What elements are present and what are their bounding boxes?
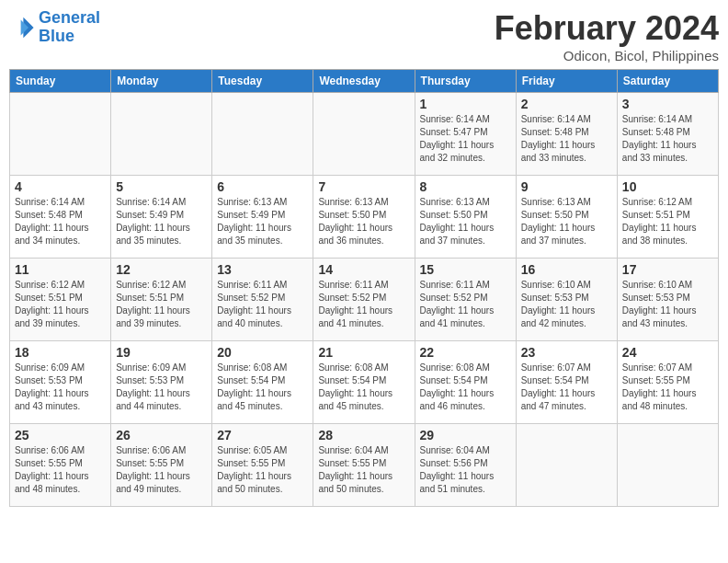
day-info: Sunrise: 6:13 AM Sunset: 5:50 PM Dayligh… <box>318 196 409 247</box>
calendar-cell: 2Sunrise: 6:14 AM Sunset: 5:48 PM Daylig… <box>516 93 617 176</box>
week-row-2: 11Sunrise: 6:12 AM Sunset: 5:51 PM Dayli… <box>10 259 719 341</box>
calendar-cell: 18Sunrise: 6:09 AM Sunset: 5:53 PM Dayli… <box>10 341 111 424</box>
calendar-cell: 1Sunrise: 6:14 AM Sunset: 5:47 PM Daylig… <box>415 93 516 176</box>
day-info: Sunrise: 6:09 AM Sunset: 5:53 PM Dayligh… <box>15 362 106 413</box>
day-info: Sunrise: 6:05 AM Sunset: 5:55 PM Dayligh… <box>217 444 308 496</box>
logo-text: General Blue <box>39 9 100 46</box>
day-number: 28 <box>318 428 409 442</box>
day-number: 4 <box>15 179 106 194</box>
day-number: 7 <box>318 179 409 194</box>
weekday-header-friday: Friday <box>516 70 617 93</box>
day-info: Sunrise: 6:07 AM Sunset: 5:55 PM Dayligh… <box>622 362 713 413</box>
calendar-cell: 15Sunrise: 6:11 AM Sunset: 5:52 PM Dayli… <box>415 259 516 341</box>
calendar-cell: 19Sunrise: 6:09 AM Sunset: 5:53 PM Dayli… <box>111 341 212 424</box>
day-info: Sunrise: 6:06 AM Sunset: 5:55 PM Dayligh… <box>116 444 207 496</box>
day-number: 9 <box>521 179 612 194</box>
day-info: Sunrise: 6:04 AM Sunset: 5:55 PM Dayligh… <box>318 444 409 496</box>
day-number: 20 <box>217 345 308 360</box>
calendar-cell: 6Sunrise: 6:13 AM Sunset: 5:49 PM Daylig… <box>212 176 313 259</box>
day-info: Sunrise: 6:11 AM Sunset: 5:52 PM Dayligh… <box>420 279 511 330</box>
day-number: 15 <box>420 262 511 277</box>
logo: General Blue <box>9 9 100 46</box>
calendar-cell: 27Sunrise: 6:05 AM Sunset: 5:55 PM Dayli… <box>212 424 313 507</box>
week-row-1: 4Sunrise: 6:14 AM Sunset: 5:48 PM Daylig… <box>10 176 719 259</box>
day-info: Sunrise: 6:11 AM Sunset: 5:52 PM Dayligh… <box>318 279 409 330</box>
calendar-cell: 14Sunrise: 6:11 AM Sunset: 5:52 PM Dayli… <box>313 259 415 341</box>
calendar-cell: 24Sunrise: 6:07 AM Sunset: 5:55 PM Dayli… <box>617 341 718 424</box>
day-number: 16 <box>521 262 612 277</box>
day-info: Sunrise: 6:14 AM Sunset: 5:48 PM Dayligh… <box>622 113 713 165</box>
calendar-cell: 5Sunrise: 6:14 AM Sunset: 5:49 PM Daylig… <box>111 176 212 259</box>
calendar-cell: 23Sunrise: 6:07 AM Sunset: 5:54 PM Dayli… <box>516 341 617 424</box>
day-number: 14 <box>318 262 409 277</box>
calendar-cell: 3Sunrise: 6:14 AM Sunset: 5:48 PM Daylig… <box>617 93 718 176</box>
calendar-cell <box>617 424 718 507</box>
calendar-cell: 17Sunrise: 6:10 AM Sunset: 5:53 PM Dayli… <box>617 259 718 341</box>
day-info: Sunrise: 6:12 AM Sunset: 5:51 PM Dayligh… <box>622 196 713 247</box>
day-info: Sunrise: 6:06 AM Sunset: 5:55 PM Dayligh… <box>15 444 106 496</box>
calendar-cell <box>212 93 313 176</box>
calendar-cell: 8Sunrise: 6:13 AM Sunset: 5:50 PM Daylig… <box>415 176 516 259</box>
calendar-cell: 10Sunrise: 6:12 AM Sunset: 5:51 PM Dayli… <box>617 176 718 259</box>
calendar-cell: 25Sunrise: 6:06 AM Sunset: 5:55 PM Dayli… <box>10 424 111 507</box>
day-info: Sunrise: 6:13 AM Sunset: 5:50 PM Dayligh… <box>420 196 511 247</box>
day-info: Sunrise: 6:04 AM Sunset: 5:56 PM Dayligh… <box>420 444 511 496</box>
day-info: Sunrise: 6:08 AM Sunset: 5:54 PM Dayligh… <box>420 362 511 413</box>
calendar-cell: 29Sunrise: 6:04 AM Sunset: 5:56 PM Dayli… <box>415 424 516 507</box>
month-year: February 2024 <box>495 9 719 48</box>
day-number: 23 <box>521 345 612 360</box>
day-number: 29 <box>420 428 511 442</box>
weekday-header-monday: Monday <box>111 70 212 93</box>
calendar-cell: 20Sunrise: 6:08 AM Sunset: 5:54 PM Dayli… <box>212 341 313 424</box>
weekday-header-wednesday: Wednesday <box>313 70 415 93</box>
calendar-cell: 13Sunrise: 6:11 AM Sunset: 5:52 PM Dayli… <box>212 259 313 341</box>
calendar-cell: 4Sunrise: 6:14 AM Sunset: 5:48 PM Daylig… <box>10 176 111 259</box>
day-number: 10 <box>622 179 713 194</box>
calendar-cell: 11Sunrise: 6:12 AM Sunset: 5:51 PM Dayli… <box>10 259 111 341</box>
day-number: 21 <box>318 345 409 360</box>
day-info: Sunrise: 6:07 AM Sunset: 5:54 PM Dayligh… <box>521 362 612 413</box>
calendar-cell: 16Sunrise: 6:10 AM Sunset: 5:53 PM Dayli… <box>516 259 617 341</box>
day-number: 27 <box>217 428 308 442</box>
calendar-cell <box>516 424 617 507</box>
day-info: Sunrise: 6:08 AM Sunset: 5:54 PM Dayligh… <box>217 362 308 413</box>
day-number: 26 <box>116 428 207 442</box>
weekday-header-thursday: Thursday <box>415 70 516 93</box>
day-info: Sunrise: 6:14 AM Sunset: 5:47 PM Dayligh… <box>420 113 511 165</box>
day-info: Sunrise: 6:13 AM Sunset: 5:50 PM Dayligh… <box>521 196 612 247</box>
day-number: 19 <box>116 345 207 360</box>
day-number: 25 <box>15 428 106 442</box>
day-number: 12 <box>116 262 207 277</box>
day-number: 3 <box>622 97 713 111</box>
day-info: Sunrise: 6:14 AM Sunset: 5:48 PM Dayligh… <box>521 113 612 165</box>
calendar-cell: 7Sunrise: 6:13 AM Sunset: 5:50 PM Daylig… <box>313 176 415 259</box>
day-info: Sunrise: 6:14 AM Sunset: 5:48 PM Dayligh… <box>15 196 106 247</box>
day-info: Sunrise: 6:12 AM Sunset: 5:51 PM Dayligh… <box>116 279 207 330</box>
calendar-cell: 21Sunrise: 6:08 AM Sunset: 5:54 PM Dayli… <box>313 341 415 424</box>
calendar-cell <box>111 93 212 176</box>
calendar-cell: 28Sunrise: 6:04 AM Sunset: 5:55 PM Dayli… <box>313 424 415 507</box>
day-info: Sunrise: 6:11 AM Sunset: 5:52 PM Dayligh… <box>217 279 308 330</box>
weekday-header-sunday: Sunday <box>10 70 111 93</box>
week-row-4: 25Sunrise: 6:06 AM Sunset: 5:55 PM Dayli… <box>10 424 719 507</box>
day-number: 13 <box>217 262 308 277</box>
day-number: 8 <box>420 179 511 194</box>
calendar-cell <box>10 93 111 176</box>
calendar-cell <box>313 93 415 176</box>
calendar-table: SundayMondayTuesdayWednesdayThursdayFrid… <box>9 69 719 507</box>
calendar-cell: 22Sunrise: 6:08 AM Sunset: 5:54 PM Dayli… <box>415 341 516 424</box>
day-number: 2 <box>521 97 612 111</box>
day-info: Sunrise: 6:10 AM Sunset: 5:53 PM Dayligh… <box>521 279 612 330</box>
day-number: 5 <box>116 179 207 194</box>
weekday-header-tuesday: Tuesday <box>212 70 313 93</box>
day-info: Sunrise: 6:10 AM Sunset: 5:53 PM Dayligh… <box>622 279 713 330</box>
week-row-0: 1Sunrise: 6:14 AM Sunset: 5:47 PM Daylig… <box>10 93 719 176</box>
day-number: 22 <box>420 345 511 360</box>
weekday-header-row: SundayMondayTuesdayWednesdayThursdayFrid… <box>10 70 719 93</box>
week-row-3: 18Sunrise: 6:09 AM Sunset: 5:53 PM Dayli… <box>10 341 719 424</box>
day-info: Sunrise: 6:09 AM Sunset: 5:53 PM Dayligh… <box>116 362 207 413</box>
calendar-cell: 9Sunrise: 6:13 AM Sunset: 5:50 PM Daylig… <box>516 176 617 259</box>
page-header: General Blue February 2024 Odicon, Bicol… <box>9 9 719 63</box>
day-number: 1 <box>420 97 511 111</box>
location: Odicon, Bicol, Philippines <box>495 48 719 63</box>
